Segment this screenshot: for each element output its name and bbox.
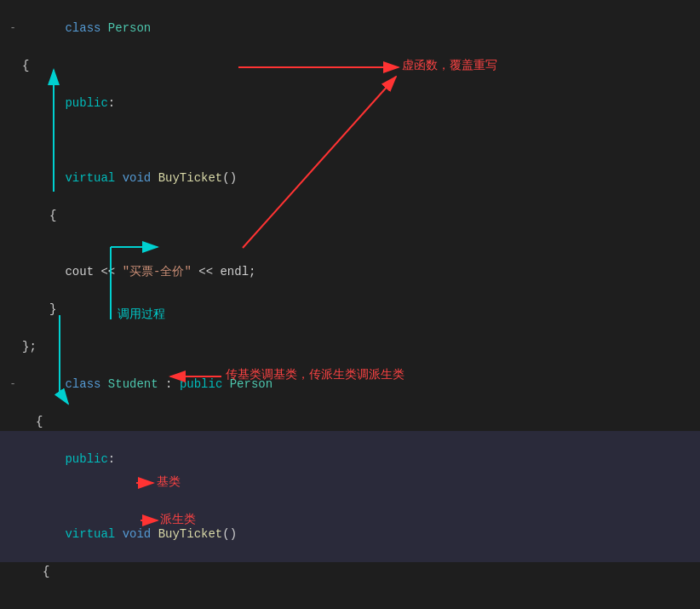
line-content-9: }; — [22, 337, 700, 356]
line-content-1: class Person — [22, 0, 700, 56]
annotation-base-call: 传基类调基类，传派生类调派生类 — [226, 367, 405, 382]
code-line-6: cout << "买票-全价" << endl; — [0, 225, 700, 300]
code-line-11: { — [0, 412, 700, 431]
keyword-void2: void — [123, 527, 158, 541]
code-line-15: cout << "买票-半价" << endl; — [0, 581, 700, 609]
annotation-derived-class: 派生类 — [160, 512, 196, 527]
gutter-2 — [7, 56, 19, 75]
line-content-4: virtual void BuyTicket() — [22, 131, 700, 206]
line-content-3: public: — [22, 75, 700, 131]
code-line-8 — [0, 319, 700, 337]
keyword-class2: class — [65, 377, 107, 391]
code-editor: - class Person { public: virtual void Bu… — [0, 0, 700, 609]
code-line-9: }; — [0, 337, 700, 356]
gutter-9 — [7, 337, 19, 356]
keyword-class: class — [65, 21, 107, 35]
keyword-virtual2: virtual — [65, 527, 122, 541]
code-line-4: virtual void BuyTicket() — [0, 131, 700, 206]
func-buyticket: BuyTicket — [158, 171, 223, 185]
keyword-void: void — [123, 171, 158, 185]
keyword-public2: public — [180, 377, 230, 391]
annotation-call-process: 调用过程 — [118, 307, 165, 322]
line-content-13: virtual void BuyTicket() — [22, 487, 700, 562]
annotation-virtual-func: 虚函数，覆盖重写 — [402, 58, 497, 73]
keyword-public3: public — [65, 452, 107, 466]
line-content-6: cout << "买票-全价" << endl; — [22, 225, 700, 300]
gutter-8 — [7, 319, 19, 337]
line-content-10: class Student : public Person — [22, 356, 700, 412]
code-line-7: } — [0, 300, 700, 319]
keyword-virtual: virtual — [65, 171, 122, 185]
code-line-10: - class Student : public Person — [0, 356, 700, 412]
line-content-11: { — [22, 412, 700, 431]
gutter-1: - — [7, 19, 19, 37]
gutter-12 — [7, 450, 19, 468]
annotation-base-class: 基类 — [157, 474, 181, 490]
code-line-14: { — [0, 562, 700, 581]
line-content-5: { — [22, 206, 700, 225]
line-content-15: cout << "买票-半价" << endl; — [22, 581, 700, 609]
gutter-14 — [7, 562, 19, 581]
line-content-2: { — [22, 56, 700, 75]
func-buyticket2: BuyTicket — [158, 527, 223, 541]
gutter-7 — [7, 300, 19, 319]
gutter-13 — [7, 515, 19, 534]
line-content-12: public: — [22, 431, 700, 487]
code-line-1: - class Person — [0, 0, 700, 56]
gutter-3 — [7, 94, 19, 112]
gutter-5 — [7, 206, 19, 225]
code-line-5: { — [0, 206, 700, 225]
code-line-13: virtual void BuyTicket() — [0, 487, 700, 562]
code-line-2: { — [0, 56, 700, 75]
gutter-6 — [7, 253, 19, 272]
gutter-4 — [7, 159, 19, 178]
keyword-public: public — [65, 96, 107, 110]
gutter-11 — [7, 412, 19, 431]
classname-student: Student — [108, 377, 158, 391]
gutter-10: - — [7, 375, 19, 394]
line-content-14: { — [22, 562, 700, 581]
code-line-3: public: — [0, 75, 700, 131]
classname-person: Person — [108, 21, 151, 35]
code-line-12: public: — [0, 431, 700, 487]
